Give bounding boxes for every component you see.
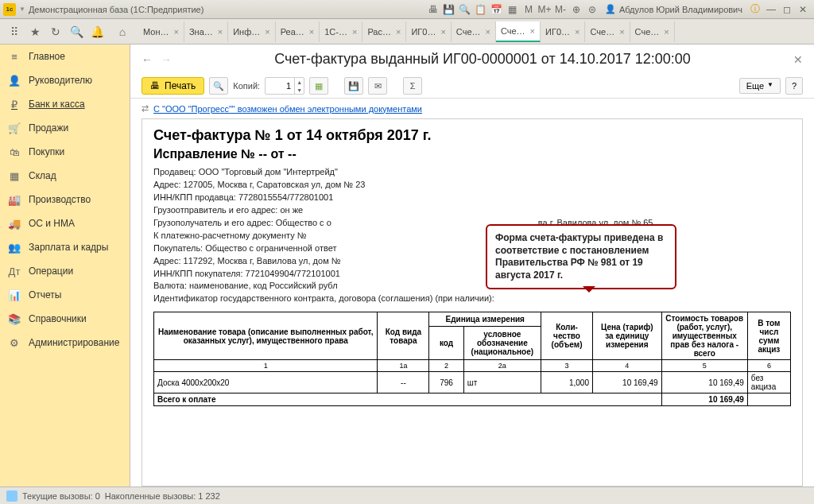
close-doc-icon[interactable]: ✕ — [793, 53, 803, 66]
history-icon[interactable]: ↻ — [46, 22, 65, 41]
sidebar-icon: 👤 — [8, 74, 21, 87]
tab-5[interactable]: Рас…× — [362, 21, 406, 42]
info-icon[interactable]: ⓘ — [748, 2, 762, 17]
tab-close-icon[interactable]: × — [530, 26, 535, 36]
m-button[interactable]: M — [521, 2, 536, 17]
help-button[interactable]: ? — [785, 77, 803, 95]
sum-button[interactable]: Σ — [403, 77, 422, 95]
sidebar-item-label: Производство — [29, 194, 91, 205]
sidebar-icon: 🏭 — [8, 193, 21, 206]
tab-close-icon[interactable]: × — [664, 27, 669, 37]
sidebar-item-6[interactable]: 🏭Производство — [0, 188, 130, 211]
tab-4[interactable]: 1С-…× — [320, 21, 362, 42]
back-icon[interactable]: ← — [141, 53, 153, 66]
invoice-table: Наименование товара (описание выполненны… — [153, 312, 791, 406]
printer-icon: 🖶 — [150, 80, 160, 91]
status-current: Текущие вызовы: 0 — [22, 491, 100, 501]
doc-line: ИНН/КПП продавца: 7728015554/772801001 — [153, 192, 791, 204]
tab-close-icon[interactable]: × — [265, 27, 269, 37]
sidebar-item-4[interactable]: 🛍Покупки — [0, 140, 130, 164]
status-icon — [6, 490, 17, 502]
close-window-icon[interactable]: ✕ — [796, 2, 810, 17]
spin-up-icon[interactable]: ▲ — [294, 78, 304, 86]
dropdown-icon[interactable]: ▼ — [19, 6, 25, 13]
sidebar-icon: Дт — [8, 265, 21, 277]
save-icon[interactable]: 💾 — [442, 2, 456, 17]
sidebar-item-1[interactable]: 👤Руководителю — [0, 68, 130, 92]
document-title: Счет-фактура выданный ИГ00-0000001 от 14… — [180, 51, 785, 68]
tab-close-icon[interactable]: × — [575, 27, 579, 37]
search-icon[interactable]: 🔍 — [67, 22, 86, 41]
tab-close-icon[interactable]: × — [173, 27, 178, 37]
star-icon[interactable]: ★ — [25, 22, 45, 41]
calc-icon[interactable]: 📋 — [474, 2, 488, 17]
forward-icon[interactable]: → — [161, 53, 172, 66]
grid-button[interactable]: ▦ — [309, 77, 328, 95]
sidebar-item-label: Руководителю — [29, 75, 92, 86]
sidebar-item-11[interactable]: 📚Справочники — [0, 307, 130, 331]
home-icon[interactable]: ⌂ — [113, 22, 132, 41]
sidebar-item-9[interactable]: ДтОперации — [0, 259, 130, 283]
info-callout: Форма счета-фактуры приведена в соответс… — [486, 224, 676, 289]
mail-button[interactable]: ✉ — [368, 77, 387, 95]
sidebar-item-3[interactable]: 🛒Продажи — [0, 116, 130, 140]
doc-line: Адрес: 127005, Москва г, Саратовская ул,… — [153, 179, 791, 192]
doc-line: Продавец: ООО "Торговый дом "Интертрейд" — [153, 166, 791, 179]
sidebar-item-12[interactable]: ⚙Администрирование — [0, 331, 130, 355]
doc-line: Адрес: 117292, Москва г, Вавилова ул, до… — [153, 255, 791, 268]
tab-7[interactable]: Сче…× — [452, 21, 496, 42]
apps-icon[interactable]: ⠿ — [5, 22, 24, 41]
tab-close-icon[interactable]: × — [396, 27, 401, 37]
copies-input[interactable] — [266, 81, 294, 91]
tab-2[interactable]: Инф…× — [228, 21, 275, 42]
copies-spinner[interactable]: ▲▼ — [265, 77, 304, 95]
tab-10[interactable]: Сче…× — [585, 21, 630, 42]
grid-icon[interactable]: ▦ — [506, 2, 520, 17]
tab-close-icon[interactable]: × — [309, 27, 314, 37]
sidebar-item-5[interactable]: ▦Склад — [0, 164, 130, 188]
tab-close-icon[interactable]: × — [218, 27, 223, 37]
user-label[interactable]: 👤Абдулов Юрий Владимирович — [605, 4, 742, 14]
m-minus-button[interactable]: M- — [553, 2, 568, 17]
minimize-icon[interactable]: — — [764, 2, 778, 17]
print-icon[interactable]: 🖶 — [426, 2, 440, 17]
sidebar-item-2[interactable]: ₽Банк и касса — [0, 92, 130, 116]
tab-11[interactable]: Сче…× — [630, 21, 675, 42]
tab-close-icon[interactable]: × — [440, 27, 445, 37]
nav-icon[interactable]: ⊕ — [569, 2, 583, 17]
th-uname: условное обозначение (национальное) — [463, 327, 541, 360]
tab-bar: Мон…×Зна…×Инф…×Реа…×1С-…×Рас…×ИГ0…×Сче…×… — [138, 21, 809, 42]
search-doc-icon[interactable]: 🔍 — [458, 2, 472, 17]
m-plus-button[interactable]: M+ — [537, 2, 552, 17]
tab-0[interactable]: Мон…× — [138, 21, 184, 42]
exchange-link[interactable]: С "ООО "Прогресс"" возможен обмен электр… — [153, 104, 422, 114]
spin-down-icon[interactable]: ▼ — [294, 86, 304, 94]
tab-close-icon[interactable]: × — [619, 27, 624, 37]
tab-3[interactable]: Реа…× — [276, 21, 320, 42]
tab-8[interactable]: Сче…× — [496, 21, 541, 42]
zoom-icon[interactable]: ⊜ — [585, 2, 599, 17]
bell-icon[interactable]: 🔔 — [87, 22, 107, 41]
sidebar-item-0[interactable]: ≡Главное — [0, 45, 130, 68]
sidebar-icon: 👥 — [8, 241, 21, 254]
sidebar-item-label: Покупки — [29, 146, 64, 157]
sidebar-icon: 📊 — [8, 289, 21, 301]
tab-6[interactable]: ИГ0…× — [406, 21, 451, 42]
maximize-icon[interactable]: ◻ — [780, 2, 794, 17]
save-button[interactable]: 💾 — [344, 77, 363, 95]
sidebar-item-8[interactable]: 👥Зарплата и кадры — [0, 235, 130, 259]
more-button[interactable]: Еще▼ — [739, 78, 781, 94]
tab-1[interactable]: Зна…× — [184, 21, 228, 42]
preview-button[interactable]: 🔍 — [209, 77, 228, 95]
sidebar-item-10[interactable]: 📊Отчеты — [0, 283, 130, 307]
tab-9[interactable]: ИГ0…× — [541, 21, 585, 42]
doc-line: Идентификатор государственного контракта… — [153, 293, 791, 305]
copies-label: Копий: — [233, 81, 260, 91]
table-total-row: Всего к оплате 10 169,49 — [154, 394, 791, 406]
tab-close-icon[interactable]: × — [352, 27, 357, 37]
print-button[interactable]: 🖶Печать — [141, 77, 204, 95]
sidebar-item-label: Операции — [29, 266, 73, 277]
tab-close-icon[interactable]: × — [486, 27, 490, 37]
sidebar-item-7[interactable]: 🚚ОС и НМА — [0, 211, 130, 235]
calendar-icon[interactable]: 📅 — [490, 2, 504, 17]
